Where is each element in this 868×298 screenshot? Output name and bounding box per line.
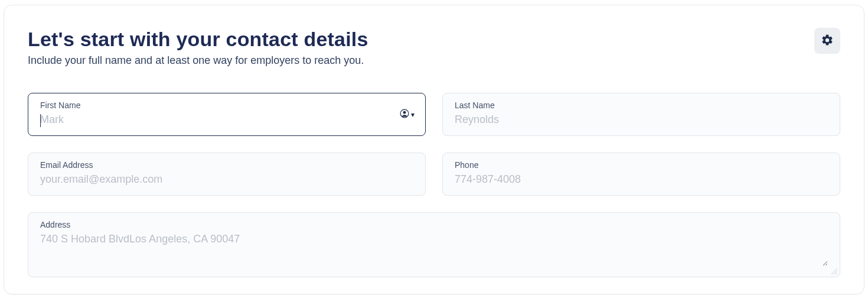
email-input[interactable] xyxy=(40,172,413,187)
person-circle-icon xyxy=(399,108,410,121)
svg-line-2 xyxy=(831,268,837,274)
resize-handle-icon xyxy=(830,267,837,274)
page-subtitle: Include your full name and at least one … xyxy=(28,54,368,67)
svg-line-4 xyxy=(836,273,837,274)
contact-details-card: Let's start with your contact details In… xyxy=(4,5,864,294)
text-cursor xyxy=(40,114,41,127)
svg-point-1 xyxy=(403,111,406,114)
first-name-field[interactable]: First Name ▾ xyxy=(28,93,426,136)
chevron-down-icon: ▾ xyxy=(411,111,415,118)
last-name-field[interactable]: Last Name xyxy=(442,93,840,136)
autofill-suggestion-button[interactable]: ▾ xyxy=(399,108,415,121)
last-name-input[interactable] xyxy=(455,112,828,127)
address-field[interactable]: Address xyxy=(28,212,840,277)
address-label: Address xyxy=(40,220,828,229)
address-input[interactable] xyxy=(40,232,828,266)
phone-field[interactable]: Phone xyxy=(442,153,840,196)
first-name-label: First Name xyxy=(40,101,413,110)
first-name-input[interactable] xyxy=(40,112,413,127)
last-name-label: Last Name xyxy=(455,101,828,110)
svg-line-3 xyxy=(834,271,837,274)
email-field[interactable]: Email Address xyxy=(28,153,426,196)
settings-button[interactable] xyxy=(814,28,840,54)
gear-icon xyxy=(821,34,834,48)
phone-label: Phone xyxy=(455,160,828,170)
page-title: Let's start with your contact details xyxy=(28,28,368,51)
email-label: Email Address xyxy=(40,160,413,170)
phone-input[interactable] xyxy=(455,172,828,187)
